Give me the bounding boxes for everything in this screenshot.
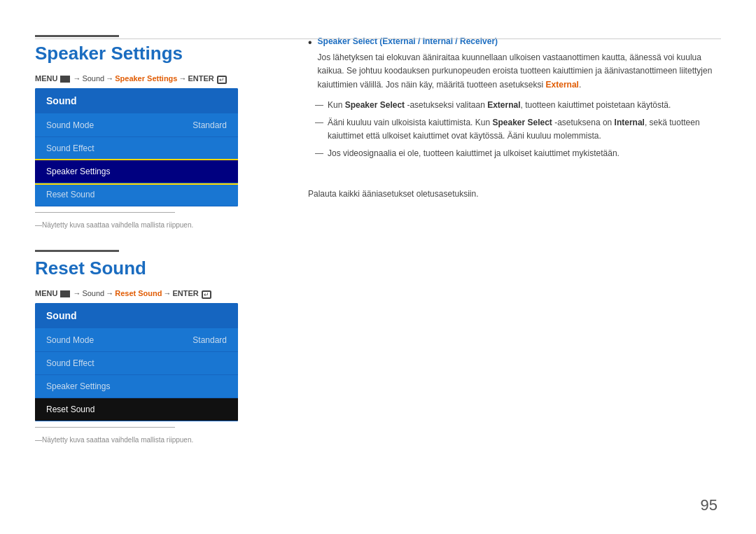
reset-sound-menu-path: MENU → Sound → Reset Sound → ENTER xyxy=(35,289,273,297)
external-text: External xyxy=(546,80,579,90)
sub-bullet-1: — Kun Speaker Select -asetukseksi valita… xyxy=(315,99,721,112)
menu-item-reset-sound-1[interactable]: Reset Sound xyxy=(35,183,238,206)
page-number: 95 xyxy=(701,496,718,514)
speaker-select-section: • Speaker Select (External / Internal / … xyxy=(308,35,721,161)
reset-sound-section: Reset Sound MENU → Sound → Reset Sound →… xyxy=(35,250,273,444)
menu-label: MENU xyxy=(35,74,57,83)
menu-item-sound-mode-1[interactable]: Sound Mode Standard xyxy=(35,114,238,137)
item-label: Sound Effect xyxy=(46,143,94,153)
speaker-settings-menu-path: MENU → Sound → Speaker Settings → ENTER xyxy=(35,74,273,83)
menu-item-sound-effect-2[interactable]: Sound Effect xyxy=(35,352,238,375)
menu-item-speaker-settings-2[interactable]: Speaker Settings xyxy=(35,375,238,398)
item-label: Reset Sound xyxy=(46,190,94,199)
menu-item-reset-sound-selected[interactable]: Reset Sound xyxy=(35,398,238,421)
divider-1 xyxy=(35,212,175,213)
item-label: Speaker Settings xyxy=(46,167,110,176)
menu-grid-icon xyxy=(60,76,70,83)
speaker-settings-menu-box: Sound Sound Mode Standard Sound Effect S… xyxy=(35,88,238,206)
sound-menu-header-2: Sound xyxy=(35,303,238,329)
menu-item-speaker-settings[interactable]: Speaker Settings xyxy=(35,160,238,183)
menu-item-sound-mode-2[interactable]: Sound Mode Standard xyxy=(35,329,238,352)
item-label: Sound Mode xyxy=(46,335,94,345)
title-accent-speaker xyxy=(35,35,119,37)
menu-grid-icon-2 xyxy=(60,290,70,297)
enter-icon-1 xyxy=(217,76,227,84)
speaker-select-title-line: Speaker Select (External / Internal / Re… xyxy=(318,35,721,48)
speaker-select-body: Jos lähetyksen tai elokuvan ääniraitaa k… xyxy=(318,51,721,92)
menu-item-sound-effect-1[interactable]: Sound Effect xyxy=(35,137,238,160)
reset-sound-title: Reset Sound xyxy=(35,258,273,279)
item-label: Reset Sound xyxy=(46,405,94,414)
top-divider-line xyxy=(35,38,721,39)
item-label: Sound Effect xyxy=(46,358,94,368)
title-accent-reset xyxy=(35,250,119,252)
right-column: • Speaker Select (External / Internal / … xyxy=(287,28,721,513)
speaker-select-bullet: • Speaker Select (External / Internal / … xyxy=(308,35,721,92)
reset-sound-menu-box: Sound Sound Mode Standard Sound Effect S… xyxy=(35,303,238,421)
sub-bullet-3: — Jos videosignaalia ei ole, tuotteen ka… xyxy=(315,147,721,160)
menu-label-2: MENU xyxy=(35,289,57,297)
reset-description: Palauta kaikki ääniasetukset oletusasetu… xyxy=(308,189,721,199)
item-value: Standard xyxy=(192,120,227,130)
reset-sound-footnote: Näytetty kuva saattaa vaihdella mallista… xyxy=(35,436,273,444)
left-column: Speaker Settings MENU → Sound → Speaker … xyxy=(35,28,287,513)
speaker-select-content: Speaker Select (External / Internal / Re… xyxy=(318,35,721,92)
enter-icon-2 xyxy=(202,290,211,299)
divider-2 xyxy=(35,427,175,428)
sub-bullet-2: — Ääni kuuluu vain ulkoisista kaiuttimis… xyxy=(315,116,721,143)
item-value: Standard xyxy=(192,335,227,345)
bullet-dot: • xyxy=(308,36,312,92)
item-label: Speaker Settings xyxy=(46,381,110,391)
sound-menu-header-1: Sound xyxy=(35,88,238,114)
speaker-settings-title: Speaker Settings xyxy=(35,43,273,64)
speaker-settings-footnote: Näytetty kuva saattaa vaihdella mallista… xyxy=(35,221,273,229)
item-label: Sound Mode xyxy=(46,120,94,130)
speaker-settings-section: Speaker Settings MENU → Sound → Speaker … xyxy=(35,35,273,229)
